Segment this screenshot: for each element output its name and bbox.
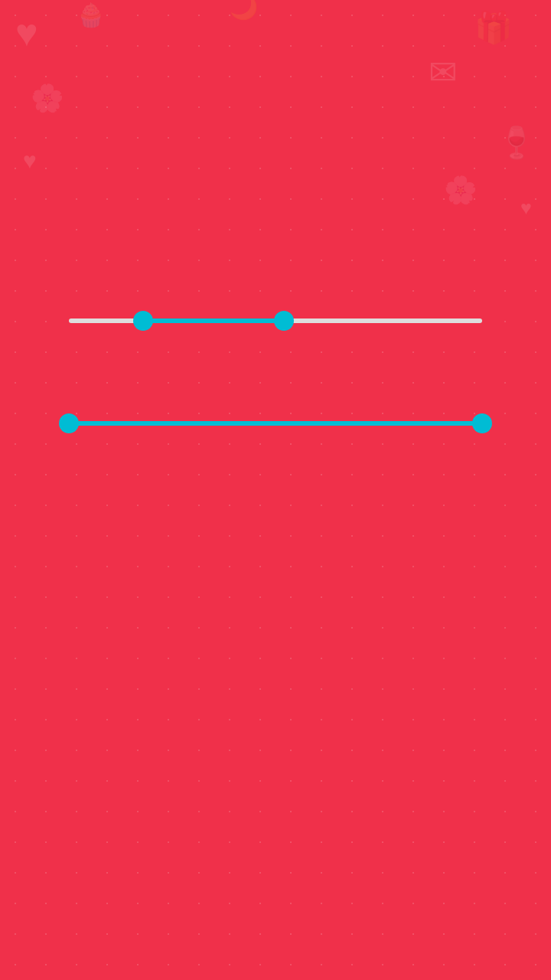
svg-text:✉: ✉ bbox=[429, 53, 458, 92]
svg-text:🎁: 🎁 bbox=[474, 9, 513, 46]
svg-text:♥: ♥ bbox=[520, 197, 532, 218]
svg-text:♥: ♥ bbox=[23, 148, 37, 173]
svg-text:🌸: 🌸 bbox=[31, 82, 64, 114]
svg-text:♥: ♥ bbox=[15, 11, 38, 54]
age-slider-fill bbox=[143, 318, 284, 323]
svg-text:🧁: 🧁 bbox=[77, 2, 106, 29]
height-slider-thumb-left[interactable] bbox=[59, 413, 79, 433]
page-container: ♥ 🎁 ✉ 🌸 🍷 🌸 ♥ 🧁 🌙 ♥ Use filters to find … bbox=[0, 0, 551, 980]
height-slider-thumb-right[interactable] bbox=[472, 413, 492, 433]
svg-text:🍷: 🍷 bbox=[497, 124, 536, 161]
age-slider-thumb-left[interactable] bbox=[133, 311, 153, 331]
height-slider-track[interactable] bbox=[69, 421, 482, 426]
background-pattern: ♥ 🎁 ✉ 🌸 🍷 🌸 ♥ 🧁 🌙 ♥ bbox=[0, 0, 551, 980]
svg-text:🌸: 🌸 bbox=[444, 174, 478, 206]
age-slider-thumb-right[interactable] bbox=[274, 311, 294, 331]
age-slider-track[interactable] bbox=[69, 318, 482, 323]
height-slider-fill bbox=[69, 421, 482, 426]
svg-text:🌙: 🌙 bbox=[230, 0, 259, 21]
